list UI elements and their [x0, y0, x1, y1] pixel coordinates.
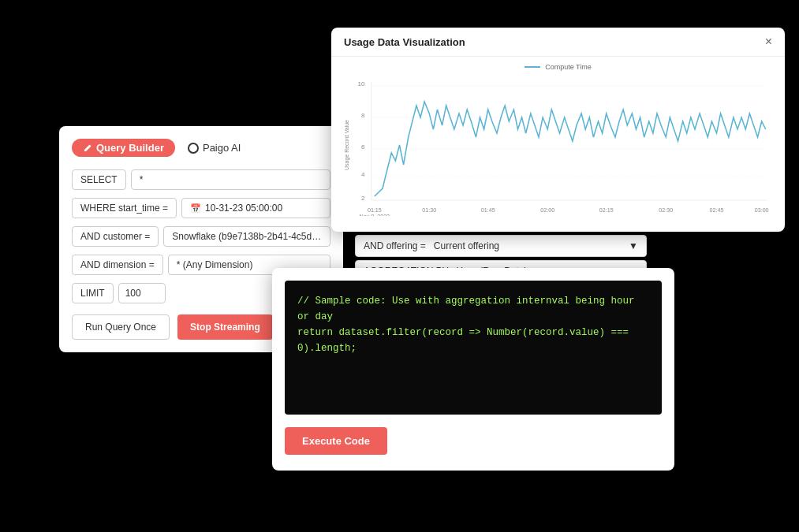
- limit-input[interactable]: [118, 283, 166, 303]
- svg-text:02:00: 02:00: [540, 207, 554, 213]
- circle-icon: [188, 143, 199, 154]
- code-actions: Execute Code: [272, 427, 674, 455]
- legend-label: Compute Time: [545, 63, 592, 71]
- svg-text:6: 6: [361, 143, 365, 151]
- select-row: SELECT *: [72, 169, 330, 190]
- calendar-icon: 📅: [190, 203, 201, 214]
- svg-text:01:30: 01:30: [422, 207, 436, 213]
- svg-text:01:45: 01:45: [481, 207, 495, 213]
- code-main-line: return dataset.filter(record => Number(r…: [297, 325, 649, 356]
- viz-window: Usage Data Visualization × Compute Time …: [331, 28, 785, 232]
- svg-text:8: 8: [361, 112, 365, 119]
- and-customer-label: AND customer =: [72, 226, 159, 247]
- svg-text:Nov 8, 2023: Nov 8, 2023: [360, 214, 390, 216]
- where-label: WHERE start_time =: [72, 198, 177, 218]
- svg-text:02:30: 02:30: [659, 207, 673, 213]
- viz-header: Usage Data Visualization ×: [331, 28, 785, 57]
- tab-paigo-ai[interactable]: Paigo AI: [188, 142, 241, 154]
- limit-label: LIMIT: [72, 283, 114, 303]
- code-panel: // Sample code: Use with aggregation int…: [272, 268, 674, 471]
- stop-streaming-button[interactable]: Stop Streaming: [177, 314, 273, 340]
- execute-code-button[interactable]: Execute Code: [285, 427, 387, 455]
- svg-text:Usage Record Value: Usage Record Value: [344, 120, 350, 170]
- viz-legend: Compute Time: [341, 63, 775, 71]
- where-value[interactable]: 📅 10-31-23 05:00:00: [181, 198, 330, 218]
- svg-text:02:45: 02:45: [710, 207, 724, 213]
- panel-tabs: Query Builder Paigo AI: [72, 139, 330, 157]
- and-customer-value[interactable]: Snowflake (b9e7138b-2b41-4c5d-b4...: [163, 226, 330, 247]
- legend-line: [525, 66, 540, 68]
- pencil-icon: [83, 143, 92, 153]
- and-customer-row: AND customer = Snowflake (b9e7138b-2b41-…: [72, 226, 330, 247]
- and-dimension-label: AND dimension =: [72, 255, 163, 275]
- code-editor[interactable]: // Sample code: Use with aggregation int…: [285, 281, 662, 415]
- close-button[interactable]: ×: [765, 35, 772, 48]
- svg-text:01:15: 01:15: [368, 207, 382, 213]
- svg-text:02:15: 02:15: [599, 207, 614, 213]
- run-query-button[interactable]: Run Query Once: [72, 314, 170, 340]
- select-value[interactable]: *: [131, 169, 330, 190]
- svg-text:2: 2: [361, 195, 365, 202]
- viz-title: Usage Data Visualization: [344, 36, 465, 48]
- select-label: SELECT: [72, 169, 126, 190]
- svg-text:10: 10: [358, 80, 366, 87]
- svg-text:03:00: 03:00: [755, 207, 769, 213]
- chevron-down-icon: ▼: [629, 240, 638, 251]
- code-comment-line: // Sample code: Use with aggregation int…: [297, 293, 649, 325]
- chart-svg: 10 8 6 4 2 01:15 Nov 8, 2023 01:30 01:45…: [341, 74, 775, 216]
- viz-chart: Compute Time 10 8 6 4 2 01:15 Nov 8, 202…: [331, 57, 785, 222]
- where-row: WHERE start_time = 📅 10-31-23 05:00:00: [72, 198, 330, 218]
- svg-text:4: 4: [361, 171, 365, 178]
- offering-dropdown[interactable]: AND offering = Current offering ▼: [355, 235, 647, 257]
- tab-query-builder[interactable]: Query Builder: [72, 139, 175, 157]
